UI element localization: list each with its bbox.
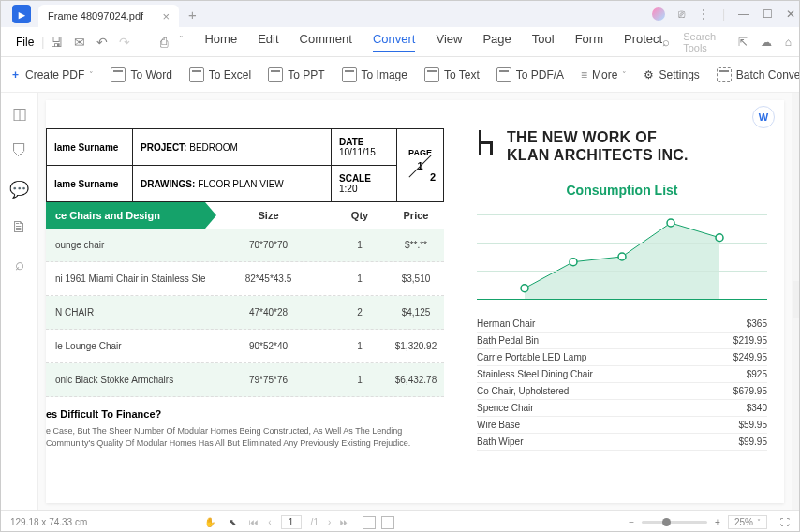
tab-title: Frame 48097024.pdf [48, 10, 143, 22]
document-tab[interactable]: Frame 48097024.pdf × [38, 5, 179, 27]
zoom-select[interactable]: 25%˅ [728, 515, 767, 529]
table-row: onic Black Stokke Armchairs79*75*761$6,4… [46, 363, 444, 397]
consumption-chart [477, 214, 767, 299]
left-sidebar: ◫ ⛉ 💬 🗎 ⌕ [1, 93, 38, 510]
table-row: ni 1961 Miami Chair in Stainless Steel82… [46, 262, 444, 296]
search-icon[interactable]: ⌕ [662, 35, 670, 49]
new-tab-button[interactable]: + [188, 7, 197, 22]
zoom-in-icon[interactable]: + [715, 517, 720, 527]
menu-tab-protect[interactable]: Protect [624, 32, 662, 52]
redo-icon[interactable]: ↷ [119, 35, 130, 50]
mail-icon[interactable]: ✉ [74, 35, 85, 50]
project-info-table: lame Surname PROJECT: BEDROOM DATE 10/11… [46, 128, 444, 202]
list-item: Wire Base$59.95 [477, 417, 767, 434]
last-page-icon[interactable]: ⏭ [340, 517, 349, 527]
to-word-button[interactable]: To Word [111, 67, 171, 82]
word-export-badge[interactable]: W [752, 106, 775, 128]
zoom-slider[interactable] [642, 521, 707, 524]
ai-icon[interactable] [652, 7, 665, 21]
undo-icon[interactable]: ↶ [96, 35, 108, 50]
to-image-button[interactable]: To Image [342, 67, 407, 82]
consumption-list-title: Consumption List [477, 183, 767, 198]
svg-point-4 [716, 234, 723, 242]
list-item: Bath Pedal Bin$219.95 [477, 332, 767, 349]
menubar: File | 🖫 ✉ ↶ ↷ ⎙ ˅ HomeEditCommentConver… [1, 27, 799, 57]
items-table-header: ce Chairs and Design Size Qty Price [46, 202, 444, 229]
chair-icon [477, 130, 496, 155]
page-number-input[interactable]: 1 [281, 515, 302, 529]
thumbnails-icon[interactable]: ◫ [12, 104, 27, 124]
search-tools-input[interactable]: Search Tools [683, 31, 725, 53]
menu-tab-home[interactable]: Home [204, 32, 237, 52]
hand-tool-icon[interactable]: ✋ [204, 517, 215, 527]
notification-icon[interactable]: ⎚ [678, 7, 685, 21]
next-page-icon[interactable]: › [328, 517, 331, 527]
save-icon[interactable]: 🖫 [50, 35, 63, 50]
settings-button[interactable]: ⚙Settings [644, 68, 699, 81]
list-item: Stainless Steel Dining Chair$925 [477, 366, 767, 383]
attachments-icon[interactable]: 🗎 [11, 218, 27, 237]
convert-toolbar: +Create PDF˅ To Word To Excel To PPT To … [1, 57, 799, 93]
window-maximize-icon[interactable]: ☐ [763, 7, 773, 21]
document-canvas[interactable]: W lame Surname PROJECT: BEDROOM DATE 10/… [38, 93, 792, 510]
print-dropdown-icon[interactable]: ˅ [179, 35, 184, 50]
gear-icon: ⚙ [644, 68, 654, 81]
prev-page-icon[interactable]: ‹ [268, 517, 271, 527]
batch-convert-button[interactable]: Batch Conve [717, 67, 800, 82]
list-item: Spence Chair$340 [477, 400, 767, 417]
select-tool-icon[interactable]: ⬉ [229, 517, 236, 527]
window-minimize-icon[interactable]: — [738, 7, 749, 21]
to-text-button[interactable]: To Text [424, 67, 480, 82]
comments-icon[interactable]: 💬 [9, 180, 29, 200]
search-panel-icon[interactable]: ⌕ [15, 256, 24, 274]
right-panel-handle[interactable] [793, 281, 799, 318]
brand-header: THE NEW WORK OF KLAN ARCHITECTS INC. [477, 128, 767, 164]
file-menu[interactable]: File [16, 36, 34, 49]
menu-tab-edit[interactable]: Edit [258, 32, 278, 52]
fullscreen-icon[interactable]: ⛶ [780, 517, 790, 527]
titlebar: ▸ Frame 48097024.pdf × + ⎚ ⋮ | — ☐ ✕ [1, 1, 799, 27]
fit-width-icon[interactable] [363, 516, 376, 529]
table-row: lame Surname DRAWINGS: FLOOR PLAN VIEW S… [47, 166, 444, 202]
menu-tab-page[interactable]: Page [482, 32, 511, 52]
svg-point-3 [667, 219, 674, 227]
collapse-ribbon-icon[interactable]: ⌂ [785, 36, 792, 49]
create-pdf-button[interactable]: +Create PDF˅ [12, 68, 94, 81]
app-logo: ▸ [12, 5, 31, 23]
svg-point-2 [618, 253, 626, 260]
share-icon[interactable]: ⇱ [738, 36, 748, 49]
page-total: /1 [311, 517, 319, 527]
window-close-icon[interactable]: ✕ [786, 7, 795, 21]
statusbar: 129.18 x 74.33 cm ✋ ⬉ ⏮ ‹ 1 /1 › ⏭ − + 2… [1, 510, 799, 532]
list-item: Co Chair, Upholstered$679.95 [477, 383, 767, 400]
menu-tab-view[interactable]: View [436, 32, 462, 52]
tab-close-icon[interactable]: × [162, 9, 170, 23]
svg-point-1 [570, 259, 577, 266]
fit-page-icon[interactable] [381, 516, 394, 529]
menu-tab-form[interactable]: Form [575, 32, 603, 52]
list-item: Herman Chair$365 [477, 316, 767, 332]
list-item: Bath Wiper$99.95 [477, 434, 767, 451]
table-row: le Lounge Chair90*52*401$1,320.92 [46, 330, 444, 363]
menu-tab-tool[interactable]: Tool [532, 32, 555, 52]
table-row: lame Surname PROJECT: BEDROOM DATE 10/11… [47, 129, 444, 166]
cloud-icon[interactable]: ☁ [761, 36, 772, 49]
to-ppt-button[interactable]: To PPT [268, 67, 324, 82]
page-dimensions: 129.18 x 74.33 cm [10, 517, 87, 527]
consumption-list: Herman Chair$365Bath Pedal Bin$219.95Car… [477, 316, 767, 451]
first-page-icon[interactable]: ⏮ [249, 517, 259, 527]
more-button[interactable]: ≡More˅ [581, 68, 627, 81]
pdf-page: lame Surname PROJECT: BEDROOM DATE 10/11… [46, 100, 784, 503]
menu-tab-convert[interactable]: Convert [373, 32, 416, 52]
bookmark-icon[interactable]: ⛉ [11, 142, 27, 161]
print-icon[interactable]: ⎙ [160, 35, 168, 50]
table-row: N CHAIR47*40*282$4,125 [46, 296, 444, 330]
to-excel-button[interactable]: To Excel [189, 67, 251, 82]
svg-point-0 [521, 285, 528, 292]
menu-tab-comment[interactable]: Comment [300, 32, 352, 52]
table-row: ounge chair70*70*701$**.** [46, 229, 444, 262]
kebab-menu-icon[interactable]: ⋮ [698, 7, 709, 21]
zoom-out-icon[interactable]: − [629, 517, 634, 527]
finance-paragraph: e Case, But The Sheer Number Of Modular … [46, 425, 444, 449]
to-pdfa-button[interactable]: To PDF/A [496, 67, 564, 82]
